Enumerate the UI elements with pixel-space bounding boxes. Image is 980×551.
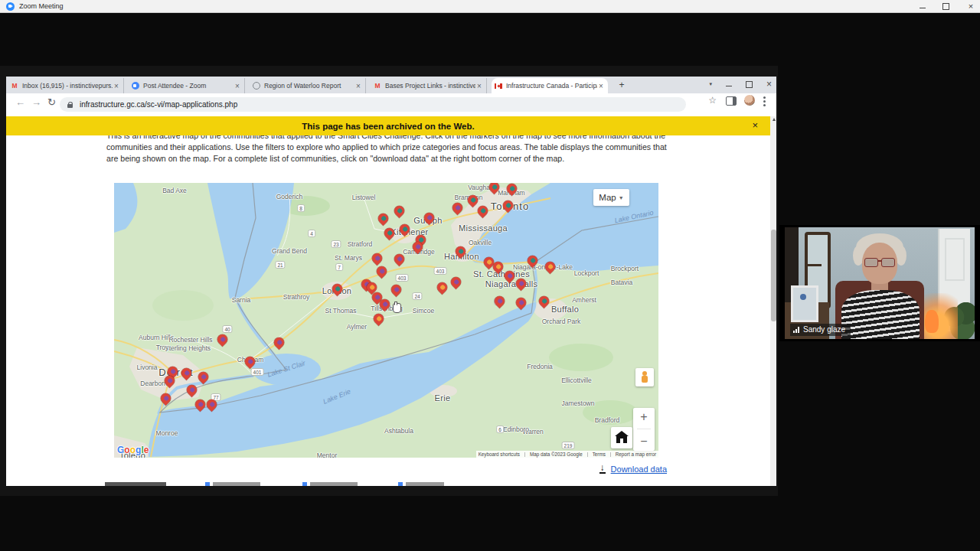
applications-map[interactable]: Bad AxeGoderichListowelVaughanMarkhamBra… (114, 183, 658, 458)
google-logo-letter: o (130, 445, 136, 455)
map-attribution-item: Keyboard shortcuts (479, 452, 520, 457)
bookmark-star-icon[interactable]: ☆ (708, 95, 717, 106)
banner-close-icon[interactable]: × (752, 119, 758, 131)
tab-close-icon[interactable]: × (597, 82, 605, 90)
road-shield: 401 (251, 368, 264, 376)
map-marker-pin[interactable] (450, 201, 464, 214)
divider (637, 429, 651, 429)
tab-close-icon[interactable]: × (354, 82, 362, 90)
hand-cursor (393, 303, 401, 313)
map-marker-pin[interactable] (272, 335, 286, 349)
map-marker-pin[interactable] (370, 251, 384, 265)
map-marker-pin[interactable] (376, 211, 390, 225)
map-marker-pin[interactable] (392, 204, 406, 217)
map-marker-pin[interactable] (215, 332, 229, 346)
side-panel-icon[interactable] (726, 96, 737, 106)
map-marker-pin[interactable] (193, 397, 207, 411)
tab-close-icon[interactable]: × (234, 82, 241, 90)
map-marker-pin[interactable] (196, 370, 210, 383)
profile-avatar[interactable] (744, 95, 755, 106)
map-city-label: Buffalo (551, 305, 579, 314)
map-city-label: Strathroy (283, 293, 310, 301)
map-marker-pin[interactable] (492, 294, 506, 308)
participant-video: Sandy glaze (785, 227, 975, 339)
participant-video-tile[interactable]: Sandy glaze (779, 225, 980, 341)
browser-tab-3[interactable]: Region of Waterloo Report× (250, 78, 366, 93)
address-bar[interactable]: infrastructure.gc.ca/sc-vi/map-applicati… (60, 97, 686, 112)
map-city-label: Dearborn (140, 380, 167, 387)
browser-tab-5[interactable]: Infrastructure Canada - Participa...× (492, 78, 608, 93)
chevron-down-icon[interactable]: ▾ (709, 81, 712, 87)
tab-close-icon[interactable]: × (475, 82, 483, 90)
minimize-icon[interactable] (920, 4, 926, 8)
road-shield: 21 (275, 261, 285, 269)
road-shield: 6 (496, 425, 504, 433)
road-shield: 23 (331, 240, 341, 248)
map-attribution-item[interactable]: Map data ©2023 Google (530, 452, 583, 457)
browser-tab-1[interactable]: MInbox (16,915) - instinctivepurs...× (8, 78, 124, 93)
map-attribution: Keyboard shortcutsMap data ©2023 GoogleT… (476, 451, 658, 458)
map-city-label: Oakville (469, 239, 492, 246)
participant-name: Sandy glaze (803, 325, 845, 334)
browser-tab-2[interactable]: Post Attendee - Zoom× (129, 78, 245, 93)
map-marker-pin[interactable] (374, 264, 388, 278)
browser-tab-4[interactable]: MBases Project Links - instinctivep...× (371, 78, 487, 93)
tab-close-icon[interactable]: × (113, 82, 120, 90)
road-shield: 7 (335, 263, 343, 271)
map-city-label: Monroe (156, 429, 178, 437)
browser-restore-icon[interactable] (746, 81, 753, 88)
map-marker-pin[interactable] (475, 204, 489, 217)
map-city-label: Bradford (595, 416, 620, 424)
map-marker-pin[interactable] (371, 311, 385, 325)
chevron-down-icon: ▼ (619, 195, 624, 201)
forward-icon[interactable]: → (31, 96, 41, 108)
gmail-favicon: M (11, 82, 18, 90)
clipped-checkbox[interactable] (398, 482, 403, 486)
browser-menu-icon[interactable] (763, 100, 766, 103)
map-city-label: St. Marys (335, 254, 362, 262)
map-city-label: Stratford (348, 240, 373, 248)
map-marker-pin[interactable] (514, 295, 528, 309)
tab-title: Infrastructure Canada - Participa... (506, 82, 597, 90)
download-data-link[interactable]: Download data (611, 465, 667, 474)
map-type-button[interactable]: Map ▼ (593, 189, 629, 206)
new-tab-button[interactable]: + (616, 80, 628, 92)
map-city-label: Rochester Hills (168, 336, 212, 344)
participant-striped-shirt (841, 290, 920, 339)
map-home-button[interactable] (611, 427, 632, 448)
close-icon[interactable]: × (966, 0, 975, 12)
back-icon[interactable]: ← (15, 96, 25, 108)
map-marker-pin[interactable] (185, 383, 198, 396)
browser-minimize-icon[interactable] (726, 82, 732, 86)
map-city-label: Sterling Heights (165, 344, 211, 352)
clipped-checkbox[interactable] (302, 482, 307, 486)
map-attribution-item[interactable]: Report a map error (616, 452, 656, 457)
map-attribution-item[interactable]: Terms (593, 452, 606, 457)
clipped-filter-label (105, 482, 166, 486)
participant-name-tag: Sandy glaze (790, 324, 851, 336)
map-marker-pin[interactable] (543, 259, 557, 273)
map-city-label: Edinboro (503, 425, 529, 433)
map-marker-pin[interactable] (389, 282, 403, 296)
road-shield: 40 (222, 325, 232, 333)
scroll-up-arrow[interactable] (773, 118, 776, 121)
map-city-label: Livonia (137, 364, 158, 371)
browser-close-icon[interactable]: × (766, 79, 772, 90)
map-marker-pin[interactable] (449, 275, 462, 289)
street-view-pegman-button[interactable] (635, 368, 654, 386)
download-icon[interactable]: ↓ (599, 464, 606, 474)
restore-icon[interactable] (942, 3, 949, 10)
scrollbar-thumb[interactable] (771, 230, 776, 321)
gmail-favicon: M (374, 82, 381, 90)
map-city-label: Grand Bend (272, 247, 307, 255)
clipped-checkbox[interactable] (205, 482, 210, 486)
home-icon (616, 436, 627, 443)
zoom-in-button[interactable]: + (640, 410, 647, 424)
map-zoom-control: + − (633, 408, 655, 451)
map-marker-pin[interactable] (537, 294, 550, 308)
zoom-out-button[interactable]: − (640, 435, 647, 448)
reload-icon[interactable]: ↻ (47, 96, 56, 108)
map-marker-pin[interactable] (435, 280, 449, 294)
map-marker-pin[interactable] (158, 391, 172, 405)
tab-title: Region of Waterloo Report (264, 82, 354, 90)
